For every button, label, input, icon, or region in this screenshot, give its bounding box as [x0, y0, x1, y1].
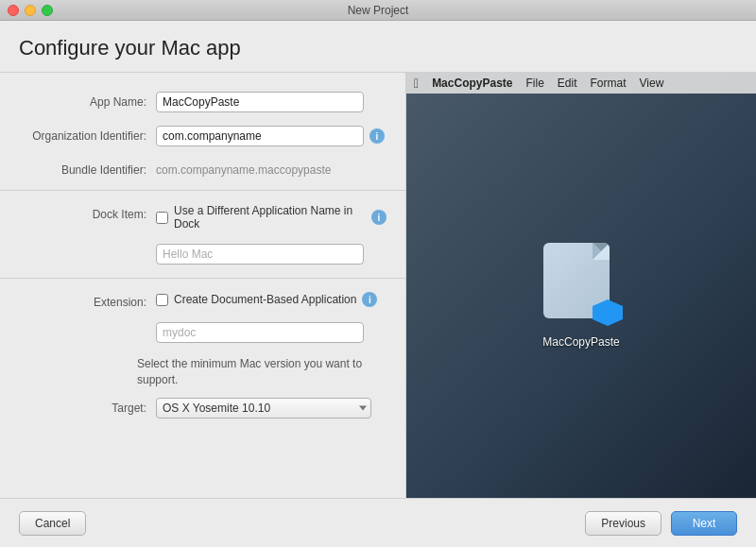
extension-checkbox[interactable]	[156, 294, 168, 306]
org-identifier-info-icon[interactable]: i	[369, 128, 385, 144]
extension-input-control	[156, 322, 387, 343]
dock-item-checkbox-row: Use a Different Application Name in Dock…	[156, 204, 387, 231]
org-identifier-row: Organization Identifier: i	[0, 126, 405, 146]
org-identifier-control: i	[156, 126, 387, 146]
preview-panel:  MacCopyPaste File Edit Format View	[406, 73, 756, 498]
extension-checkbox-row: Create Document-Based Application i	[156, 292, 377, 307]
separator-2	[0, 278, 405, 279]
bundle-identifier-value: com.companyname.maccopypaste	[156, 160, 331, 177]
dock-item-checkbox-label: Use a Different Application Name in Dock	[174, 204, 366, 231]
dock-item-info-icon[interactable]: i	[371, 210, 387, 225]
cancel-button[interactable]: Cancel	[19, 511, 86, 536]
separator-1	[0, 190, 405, 191]
title-bar: New Project	[0, 0, 756, 21]
bundle-identifier-row: Bundle Identifier: com.companyname.macco…	[0, 160, 405, 177]
dock-item-input[interactable]	[156, 244, 364, 265]
mac-menubar:  MacCopyPaste File Edit Format View	[406, 73, 756, 94]
extension-input-row	[0, 322, 405, 343]
page-title: Configure your Mac app	[19, 36, 737, 60]
org-identifier-label: Organization Identifier:	[19, 126, 156, 143]
dock-item-input-label	[19, 244, 156, 248]
traffic-lights	[8, 5, 53, 16]
footer: Cancel Previous Next	[0, 498, 756, 547]
menu-file: File	[526, 77, 544, 90]
target-select[interactable]: OS X Yosemite 10.10 OS X Mavericks 10.9 …	[156, 398, 371, 419]
footer-right: Previous Next	[585, 511, 737, 536]
target-row: Target: OS X Yosemite 10.10 OS X Maveric…	[0, 398, 405, 419]
menu-app-name: MacCopyPaste	[432, 77, 512, 90]
svg-marker-0	[593, 243, 610, 260]
dock-item-input-control	[156, 244, 387, 265]
target-label: Target:	[19, 398, 156, 415]
window-title: New Project	[348, 4, 409, 17]
previous-button[interactable]: Previous	[585, 511, 662, 536]
extension-row: Extension: Create Document-Based Applica…	[0, 292, 405, 309]
body-area: App Name: Organization Identifier: i Bun…	[0, 73, 756, 498]
close-button[interactable]	[8, 5, 19, 16]
preview-app-name: MacCopyPaste	[542, 335, 619, 349]
target-description: Select the minimum Mac version you want …	[0, 356, 405, 388]
app-name-control	[156, 92, 387, 112]
page-header: Configure your Mac app	[0, 21, 756, 73]
menu-format: Format	[591, 77, 627, 90]
menu-edit: Edit	[558, 77, 577, 90]
target-select-wrap: OS X Yosemite 10.10 OS X Mavericks 10.9 …	[156, 398, 371, 419]
app-name-label: App Name:	[19, 92, 156, 109]
main-content: Configure your Mac app App Name: Organiz…	[0, 21, 756, 547]
app-icon	[543, 243, 619, 328]
desktop-content: MacCopyPaste	[406, 94, 756, 498]
dock-item-checkbox[interactable]	[156, 212, 168, 224]
org-identifier-input[interactable]	[156, 126, 364, 146]
bundle-identifier-control: com.companyname.maccopypaste	[156, 160, 387, 177]
svg-marker-1	[593, 243, 610, 260]
extension-input[interactable]	[156, 322, 364, 343]
dock-item-label: Dock Item:	[19, 204, 156, 221]
app-name-input[interactable]	[156, 92, 364, 112]
form-panel: App Name: Organization Identifier: i Bun…	[0, 73, 406, 498]
app-name-row: App Name:	[0, 92, 405, 112]
extension-checkbox-label: Create Document-Based Application	[174, 293, 356, 306]
next-button[interactable]: Next	[671, 511, 737, 536]
bundle-identifier-label: Bundle Identifier:	[19, 160, 156, 177]
extension-control: Create Document-Based Application i	[156, 292, 387, 307]
minimize-button[interactable]	[25, 5, 36, 16]
dock-item-input-row	[0, 244, 405, 265]
apple-icon: 	[414, 76, 419, 91]
extension-label: Extension:	[19, 292, 156, 309]
target-control: OS X Yosemite 10.10 OS X Mavericks 10.9 …	[156, 398, 387, 419]
dock-item-row: Dock Item: Use a Different Application N…	[0, 204, 405, 231]
extension-info-icon[interactable]: i	[362, 292, 377, 307]
maximize-button[interactable]	[42, 5, 53, 16]
extension-input-label	[19, 322, 156, 326]
menu-view: View	[640, 77, 664, 90]
dock-item-control: Use a Different Application Name in Dock…	[156, 204, 387, 231]
